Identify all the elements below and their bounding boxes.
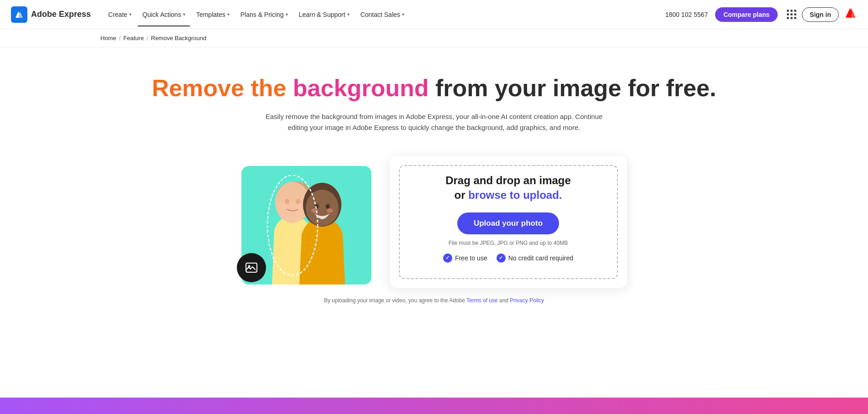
main-content: Remove the background from your image fo… [0, 47, 868, 322]
feature-badges: ✓ Free to use ✓ No credit card required [443, 254, 573, 263]
no-card-badge: ✓ No credit card required [497, 254, 573, 263]
upload-panel: Drag and drop an image or browse to uplo… [390, 156, 627, 288]
terms-of-use-link[interactable]: Terms of use [466, 297, 498, 304]
breadcrumb-sep-2: / [146, 35, 148, 41]
nav-plans-pricing[interactable]: Plans & Pricing ▾ [236, 7, 293, 22]
demo-image-container [241, 157, 371, 287]
browse-text: or browse to upload. [454, 189, 562, 202]
free-to-use-badge: ✓ Free to use [443, 254, 487, 263]
hero-title-orange: Remove the [152, 75, 293, 101]
breadcrumb: Home / Feature / Remove Background [0, 29, 868, 47]
nav-create[interactable]: Create ▾ [104, 7, 136, 22]
upload-photo-button[interactable]: Upload your photo [457, 212, 559, 234]
svg-point-6 [306, 190, 339, 226]
breadcrumb-home[interactable]: Home [100, 35, 116, 41]
sign-in-button[interactable]: Sign in [802, 7, 839, 22]
nav-templates[interactable]: Templates ▾ [192, 7, 234, 22]
nav-links: Create ▾ Quick Actions ▾ Templates ▾ Pla… [104, 7, 665, 22]
image-icon [245, 261, 258, 274]
privacy-policy-link[interactable]: Privacy Policy [510, 297, 544, 304]
svg-point-2 [285, 199, 289, 204]
brand-logo[interactable]: Adobe Express [11, 6, 91, 23]
drag-drop-text: Drag and drop an image [445, 174, 571, 187]
logo-icon [11, 6, 27, 23]
phone-number: 1800 102 5567 [665, 11, 708, 18]
svg-point-3 [296, 199, 300, 204]
check-icon-free: ✓ [443, 254, 452, 263]
nav-quick-actions[interactable]: Quick Actions ▾ [138, 7, 190, 22]
free-to-use-label: Free to use [455, 254, 487, 262]
navbar: Adobe Express Create ▾ Quick Actions ▾ T… [0, 0, 868, 29]
apps-grid-icon[interactable] [787, 10, 796, 19]
breadcrumb-current: Remove Background [151, 35, 206, 41]
hero-subtitle: Easily remove the background from images… [256, 111, 612, 133]
nav-contact-sales[interactable]: Contact Sales ▾ [356, 7, 409, 22]
no-card-label: No credit card required [508, 254, 573, 262]
brand-name: Adobe Express [31, 10, 91, 19]
footer-gradient [0, 398, 868, 414]
demo-action-icon[interactable] [237, 253, 266, 282]
nav-learn-support[interactable]: Learn & Support ▾ [294, 7, 354, 22]
chevron-down-icon: ▾ [227, 12, 230, 17]
svg-point-12 [327, 208, 333, 213]
adobe-logo-icon [844, 7, 857, 22]
chevron-down-icon: ▾ [402, 12, 404, 17]
hero-title-pink: background [293, 75, 429, 101]
browse-link[interactable]: browse to upload. [468, 189, 562, 201]
file-format-note: File must be JPEG, JPG or PNG and up to … [449, 240, 568, 246]
breadcrumb-sep-1: / [119, 35, 121, 41]
compare-plans-button[interactable]: Compare plans [715, 7, 778, 22]
svg-point-10 [326, 205, 329, 208]
hero-title-dark: from your image for free. [429, 75, 716, 101]
chevron-down-icon: ▾ [286, 12, 288, 17]
terms-text: By uploading your image or video, you ag… [324, 297, 544, 304]
chevron-down-icon: ▾ [183, 12, 185, 17]
check-icon-no-card: ✓ [497, 254, 506, 263]
content-area: Drag and drop an image or browse to uplo… [206, 156, 662, 288]
breadcrumb-feature[interactable]: Feature [123, 35, 144, 41]
chevron-down-icon: ▾ [129, 12, 131, 17]
hero-title: Remove the background from your image fo… [152, 75, 716, 102]
chevron-down-icon: ▾ [347, 12, 350, 17]
